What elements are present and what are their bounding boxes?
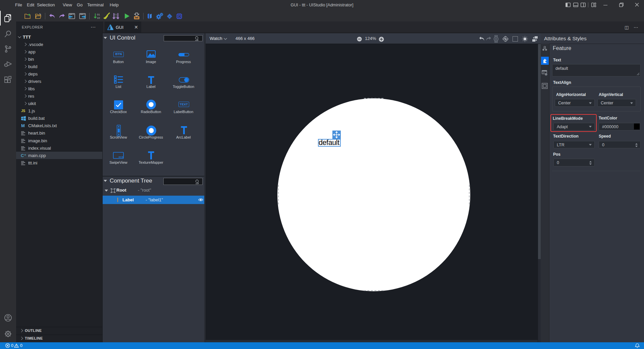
svg-text:01: 01 xyxy=(97,13,100,16)
svg-text:i: i xyxy=(546,73,546,76)
svg-text:10: 10 xyxy=(97,16,100,19)
